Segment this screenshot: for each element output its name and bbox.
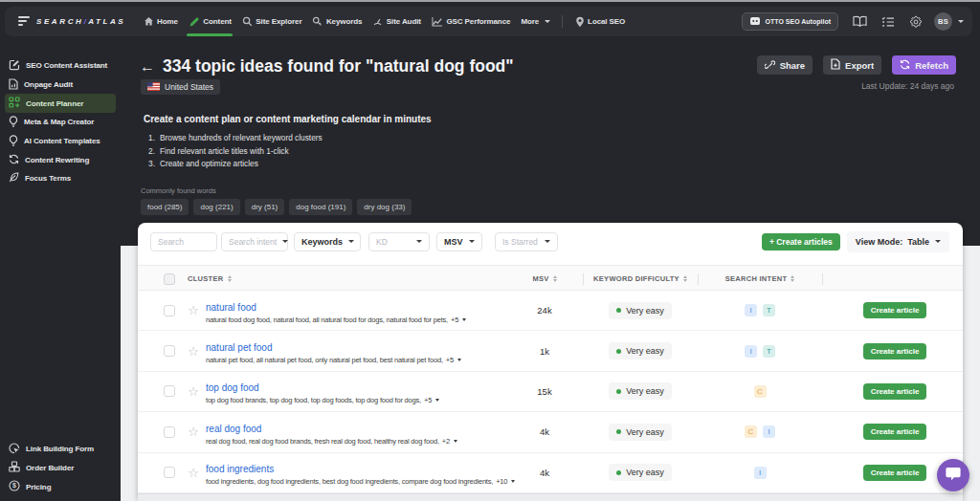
word-chip[interactable]: dog (221) (193, 199, 239, 215)
sidebar-item-seo-content-assistant[interactable]: SEO Content Assistant (5, 56, 116, 76)
menu-icon[interactable] (18, 15, 32, 27)
sidebar-item-order-builder[interactable]: Order Builder (5, 459, 116, 478)
nav-keywords[interactable]: Keywords (307, 7, 368, 36)
row-checkbox[interactable] (164, 345, 175, 357)
nav-gsc-performance-label: GSC Performance (446, 17, 510, 26)
star-icon[interactable]: ☆ (188, 467, 199, 479)
sidebar-item-label: Content Rewriting (25, 156, 89, 164)
cluster-link[interactable]: natural pet food (206, 342, 273, 353)
sidebar-item-ai-content-templates[interactable]: AI Content Templates (5, 132, 116, 151)
us-flag-icon (147, 82, 160, 93)
sidebar-item-focus-terms[interactable]: Focus Terms (5, 169, 116, 188)
sidebar-item-label: AI Content Templates (24, 137, 100, 145)
search-input[interactable] (150, 232, 217, 251)
cluster-link[interactable]: food ingredients (206, 464, 274, 474)
sidebar-item-pricing[interactable]: $ Pricing (5, 477, 116, 496)
user-menu[interactable]: BS (934, 12, 964, 31)
cluster-keywords[interactable]: natural pet food, all natural pet food, … (206, 356, 506, 364)
gauge-icon (372, 16, 383, 27)
intent-cell: I T (698, 304, 822, 316)
view-mode-select[interactable]: View Mode: Table (847, 231, 949, 252)
sidebar-item-link-building-form[interactable]: Link Building Form (5, 440, 116, 459)
msv-value: 4k (506, 468, 583, 478)
cluster-keywords[interactable]: top dog food brands, top dog food, top d… (206, 396, 506, 404)
is-starred-select[interactable]: Is Starred (495, 232, 558, 251)
nav-content-label: Content (203, 17, 232, 26)
col-keyword-difficulty[interactable]: KEYWORD DIFFICULTY (583, 274, 698, 283)
logo[interactable]: SEARCH/ATLAS (36, 7, 125, 36)
kd-select[interactable]: KD (368, 232, 430, 251)
sidebar-item-content-planner[interactable]: Content Planner (5, 94, 116, 113)
intent-badge-transactional: T (763, 345, 775, 358)
star-icon[interactable]: ☆ (188, 385, 199, 398)
create-article-button[interactable]: Create article (863, 465, 926, 481)
share-button[interactable]: Share (757, 55, 813, 75)
nav-more[interactable]: More (516, 7, 555, 36)
word-chip[interactable]: dry (51) (245, 199, 285, 215)
sort-icon (228, 275, 232, 283)
expand-caret-icon (435, 399, 439, 402)
create-article-button[interactable]: Create article (863, 343, 926, 359)
create-article-button[interactable]: Create article (863, 383, 926, 400)
sidebar-item-onpage-audit[interactable]: Onpage Audit (5, 76, 116, 95)
nav-home[interactable]: Home (138, 7, 183, 36)
word-chip[interactable]: dry dog (33) (357, 199, 412, 215)
nav-site-explorer[interactable]: Site Explorer (236, 7, 307, 36)
select-all-checkbox[interactable] (164, 273, 175, 285)
export-file-icon (831, 58, 840, 72)
intent-badge-informational: I (754, 467, 767, 479)
cluster-link[interactable]: top dog food (206, 382, 259, 393)
create-article-button[interactable]: Create article (863, 302, 926, 318)
difficulty-dot-icon (616, 349, 621, 354)
cluster-keywords[interactable]: food ingredients, dog food ingredients, … (206, 477, 506, 486)
chat-icon (946, 467, 961, 485)
msv-select[interactable]: MSV (436, 232, 482, 251)
nav-content[interactable]: Content (183, 7, 236, 36)
export-button[interactable]: Export (823, 55, 881, 75)
word-chip[interactable]: food (285) (141, 199, 189, 215)
intro-heading: Create a content plan or content marketi… (144, 114, 432, 124)
create-article-button[interactable]: Create article (863, 424, 926, 440)
cluster-link[interactable]: real dog food (206, 424, 261, 434)
otto-seo-autopilot-button[interactable]: OTTO SEO Autopilot (742, 12, 838, 31)
chat-launcher-button[interactable] (937, 459, 969, 491)
sidebar-item-meta-map-creator[interactable]: Meta & Map Creator (5, 113, 116, 132)
nav-site-audit[interactable]: Site Audit (368, 7, 427, 36)
row-checkbox[interactable] (164, 305, 175, 316)
row-checkbox[interactable] (164, 467, 175, 478)
cluster-keywords[interactable]: natural food dog food, natural food, all… (206, 316, 506, 324)
row-checkbox[interactable] (164, 385, 175, 397)
back-arrow-icon[interactable]: ← (140, 59, 155, 75)
create-articles-button[interactable]: + Create articles (762, 233, 840, 250)
card-footer-strip (138, 493, 963, 501)
sort-icon (553, 275, 557, 283)
docs-book-icon[interactable] (853, 15, 867, 28)
step-number: 3. (145, 158, 155, 171)
keywords-select[interactable]: Keywords (294, 232, 361, 251)
intro-step: 2.Find relevant article titles with 1-cl… (145, 145, 323, 159)
nav-local-seo[interactable]: Local SEO (569, 7, 631, 36)
search-intent-select[interactable]: Search intent (221, 232, 288, 251)
col-cluster[interactable]: CLUSTER (181, 274, 506, 283)
sidebar-item-content-rewriting[interactable]: Content Rewriting (5, 150, 116, 169)
checklist-icon[interactable] (881, 16, 895, 28)
expand-caret-icon (457, 359, 461, 361)
action-cell: Create article (822, 424, 947, 440)
row-checkbox[interactable] (164, 426, 175, 438)
step-text: Browse hundreds of relevant keyword clus… (160, 132, 323, 145)
otto-seo-autopilot-label: OTTO SEO Autopilot (766, 18, 831, 25)
svg-text:$: $ (12, 483, 16, 490)
nav-gsc-performance[interactable]: GSC Performance (426, 7, 515, 36)
col-msv[interactable]: MSV (506, 274, 583, 283)
star-icon[interactable]: ☆ (188, 425, 199, 438)
col-search-intent[interactable]: SEARCH INTENT (698, 274, 822, 283)
star-icon[interactable]: ☆ (188, 345, 199, 358)
refetch-button[interactable]: Refetch (892, 55, 956, 75)
cluster-keywords[interactable]: real dog food, real dog food brands, fre… (206, 437, 506, 446)
country-chip[interactable]: United States (141, 79, 220, 95)
star-icon[interactable]: ☆ (188, 304, 199, 316)
avatar[interactable]: BS (934, 12, 952, 31)
word-chip[interactable]: dog food (191) (289, 199, 352, 215)
gear-icon[interactable] (909, 15, 923, 29)
cluster-link[interactable]: natural food (206, 302, 256, 313)
